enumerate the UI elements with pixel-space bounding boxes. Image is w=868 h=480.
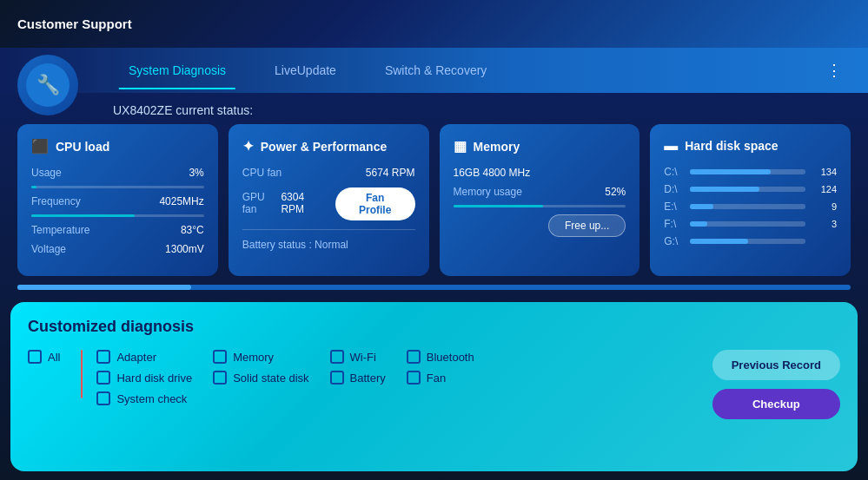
more-menu-icon[interactable]: ⋮ bbox=[818, 52, 851, 89]
cpu-usage-value: 3% bbox=[189, 167, 203, 179]
disk-d-value: 124 bbox=[811, 184, 837, 194]
cpu-usage-label: Usage bbox=[31, 167, 62, 179]
diagnosis-title: Customized diagnosis bbox=[28, 318, 840, 336]
disk-g-label: G:\ bbox=[664, 235, 685, 247]
checkbox-system-check-box[interactable] bbox=[96, 391, 110, 405]
logo-icon: 🔧 bbox=[26, 63, 70, 107]
gpu-fan-row: GPU fan 6304 RPM Fan Profile bbox=[242, 186, 415, 220]
power-icon: ✦ bbox=[242, 138, 254, 155]
checkbox-battery[interactable]: Battery bbox=[330, 371, 386, 385]
checkbox-adapter-box[interactable] bbox=[96, 350, 110, 364]
checkbox-ssd-box[interactable] bbox=[213, 371, 227, 385]
tab-system-diagnosis[interactable]: System Diagnosis bbox=[104, 51, 250, 89]
tab-switch-recovery[interactable]: Switch & Recovery bbox=[361, 51, 511, 89]
cpu-voltage-row: Voltage 1300mV bbox=[31, 243, 204, 255]
memory-usage-bar-fill bbox=[454, 205, 543, 207]
logo-area: 🔧 bbox=[17, 55, 78, 115]
cpu-card-header: ⬛ CPU load bbox=[31, 138, 204, 155]
checkbox-fan-box[interactable] bbox=[407, 371, 421, 385]
memory-spec: 16GB 4800 MHz bbox=[454, 167, 531, 179]
battery-status: Battery status : Normal bbox=[242, 239, 415, 251]
main-container: 🔧 System Diagnosis LiveUpdate Switch & R… bbox=[0, 48, 868, 480]
cpu-usage-bar-fill bbox=[31, 186, 36, 188]
app-title: Customer Support bbox=[17, 16, 132, 31]
checkbox-ssd[interactable]: Solid state disk bbox=[213, 371, 308, 385]
top-nav: 🔧 System Diagnosis LiveUpdate Switch & R… bbox=[0, 48, 868, 93]
cpu-fan-label: CPU fan bbox=[242, 167, 282, 179]
checkbox-all[interactable]: All bbox=[28, 350, 60, 364]
checkbox-bluetooth-label: Bluetooth bbox=[427, 351, 474, 364]
nav-tabs: System Diagnosis LiveUpdate Switch & Rec… bbox=[104, 51, 511, 89]
cpu-freq-value: 4025MHz bbox=[159, 195, 203, 207]
checkbox-fan-label: Fan bbox=[427, 372, 446, 385]
checkbox-system-check[interactable]: System check bbox=[96, 391, 192, 405]
device-status: UX8402ZE current status: bbox=[113, 103, 253, 117]
memory-icon: ▦ bbox=[454, 138, 467, 155]
cpu-usage-row: Usage 3% bbox=[31, 167, 204, 179]
disk-g-bar-bg bbox=[690, 239, 805, 244]
memory-usage-bar-bg bbox=[454, 205, 626, 207]
disk-d-bar-fill bbox=[690, 187, 759, 192]
memory-card-header: ▦ Memory bbox=[454, 138, 626, 155]
memory-card: ▦ Memory 16GB 4800 MHz Memory usage 52% … bbox=[440, 124, 640, 276]
checkbox-battery-label: Battery bbox=[350, 372, 386, 385]
checkbox-memory[interactable]: Memory bbox=[213, 350, 308, 364]
checkbox-group-col1: Adapter Hard disk drive System check bbox=[96, 350, 192, 405]
cpu-fan-row: CPU fan 5674 RPM bbox=[242, 167, 415, 179]
checkbox-system-check-label: System check bbox=[116, 392, 187, 405]
checkbox-bluetooth-box[interactable] bbox=[407, 350, 421, 364]
disk-f-label: F:\ bbox=[664, 218, 685, 230]
checkbox-wifi-label: Wi-Fi bbox=[350, 351, 376, 364]
checkbox-group-col2: Memory Solid state disk bbox=[213, 350, 308, 385]
fan-profile-button[interactable]: Fan Profile bbox=[335, 187, 415, 220]
checkbox-group-col3: Wi-Fi Battery bbox=[330, 350, 386, 385]
previous-record-button[interactable]: Previous Record bbox=[712, 350, 840, 380]
power-card-title: Power & Performance bbox=[261, 140, 388, 154]
gpu-fan-value: 6304 RPM bbox=[281, 191, 328, 215]
horizontal-scrollbar[interactable] bbox=[17, 285, 851, 290]
checkboxes-row: All Adapter Hard disk drive System check bbox=[28, 350, 840, 419]
cpu-fan-value: 5674 RPM bbox=[366, 167, 415, 179]
power-divider bbox=[242, 229, 415, 230]
disk-c-bar-fill bbox=[690, 169, 771, 174]
cpu-card-title: CPU load bbox=[56, 140, 109, 154]
disk-d-bar-bg bbox=[690, 187, 805, 192]
checkbox-hdd-box[interactable] bbox=[96, 371, 110, 385]
cpu-temp-label: Temperature bbox=[31, 224, 89, 236]
cpu-freq-bar-fill bbox=[31, 214, 135, 217]
disk-f-bar-bg bbox=[690, 221, 805, 227]
cpu-temp-row: Temperature 83°C bbox=[31, 224, 204, 236]
disk-d-label: D:\ bbox=[664, 183, 685, 195]
free-up-button[interactable]: Free up... bbox=[548, 214, 626, 237]
memory-usage-label: Memory usage bbox=[454, 186, 522, 198]
checkbox-group-col4: Bluetooth Fan bbox=[407, 350, 474, 385]
disk-card-title: Hard disk space bbox=[685, 139, 778, 153]
disk-f-row: F:\ 3 bbox=[664, 218, 837, 230]
checkup-button[interactable]: Checkup bbox=[712, 389, 840, 419]
checkbox-divider bbox=[81, 350, 83, 398]
checkbox-all-box[interactable] bbox=[28, 350, 42, 364]
disk-c-bar-bg bbox=[690, 169, 805, 174]
header: Customer Support bbox=[0, 0, 868, 48]
checkbox-memory-box[interactable] bbox=[213, 350, 227, 364]
cpu-freq-bar-bg bbox=[31, 214, 204, 217]
checkbox-bluetooth[interactable]: Bluetooth bbox=[407, 350, 474, 364]
cpu-usage-bar-bg bbox=[31, 186, 204, 188]
disk-g-bar-fill bbox=[690, 239, 747, 244]
checkbox-wifi-box[interactable] bbox=[330, 350, 344, 364]
power-card-header: ✦ Power & Performance bbox=[242, 138, 415, 155]
tab-liveupdate[interactable]: LiveUpdate bbox=[250, 51, 361, 89]
disk-card-header: ▬ Hard disk space bbox=[664, 138, 837, 154]
checkbox-wifi[interactable]: Wi-Fi bbox=[330, 350, 386, 364]
scroll-thumb[interactable] bbox=[17, 285, 191, 290]
disk-e-bar-bg bbox=[690, 204, 805, 209]
checkbox-adapter[interactable]: Adapter bbox=[96, 350, 192, 364]
disk-d-row: D:\ 124 bbox=[664, 183, 837, 195]
checkbox-battery-box[interactable] bbox=[330, 371, 344, 385]
gpu-fan-label: GPU fan bbox=[242, 191, 282, 215]
disk-e-label: E:\ bbox=[664, 201, 685, 213]
disk-f-value: 3 bbox=[811, 219, 837, 229]
checkbox-fan[interactable]: Fan bbox=[407, 371, 474, 385]
disk-e-value: 9 bbox=[811, 201, 837, 212]
checkbox-hdd[interactable]: Hard disk drive bbox=[96, 371, 192, 385]
